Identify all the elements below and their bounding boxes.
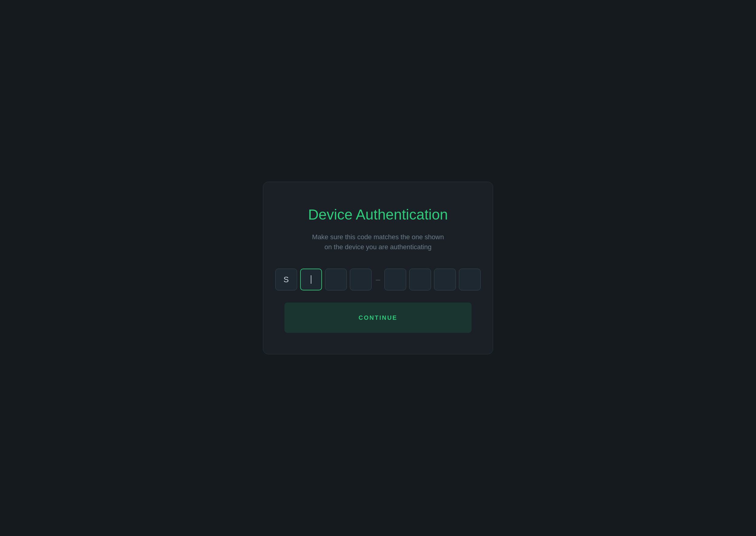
- text-cursor: [311, 275, 311, 284]
- continue-button[interactable]: CONTINUE: [285, 303, 471, 333]
- code-cell-7[interactable]: [459, 269, 481, 290]
- code-cell-2[interactable]: [325, 269, 347, 290]
- code-cell-4[interactable]: [384, 269, 406, 290]
- dialog-card: Device Authentication Make sure this cod…: [263, 182, 493, 354]
- code-cell-1[interactable]: [300, 269, 322, 290]
- code-cell-5[interactable]: [409, 269, 431, 290]
- code-cell-0[interactable]: S: [275, 269, 297, 290]
- dialog-title: Device Authentication: [308, 206, 448, 223]
- code-separator: –: [375, 275, 381, 285]
- code-cell-6[interactable]: [434, 269, 456, 290]
- dialog-subtitle: Make sure this code matches the one show…: [312, 232, 444, 252]
- code-cell-3[interactable]: [350, 269, 372, 290]
- code-input-row: S –: [275, 269, 481, 290]
